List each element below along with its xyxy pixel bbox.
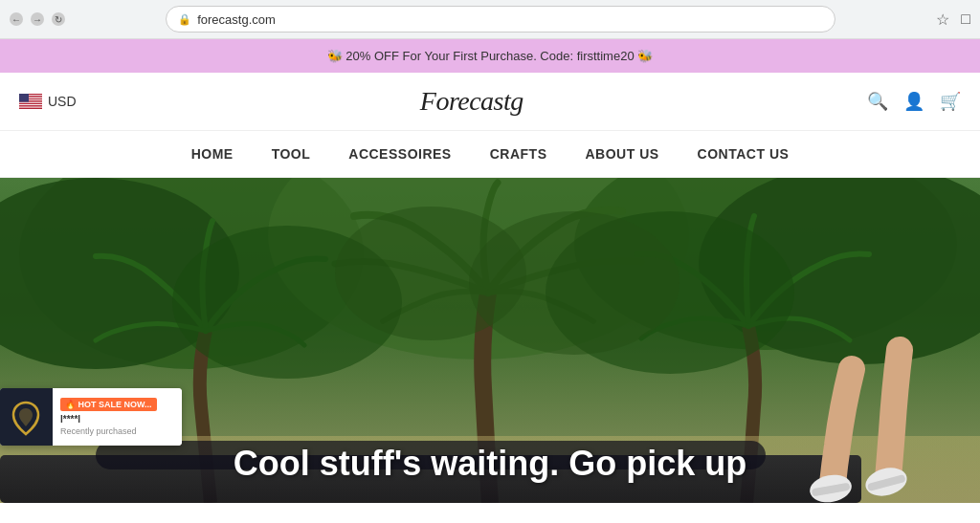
popup-product-image [0,388,53,446]
browser-chrome: ← → ↻ 🔒 forecastg.com ☆ □ [0,0,980,39]
url-bar[interactable]: 🔒 forecastg.com [166,6,835,33]
nav-item-about[interactable]: ABOUT US [585,146,658,162]
nav-item-accessoires[interactable]: ACCESSOIRES [348,146,451,162]
lock-icon: 🔒 [178,13,191,26]
svg-rect-13 [19,94,29,102]
back-button[interactable]: ← [10,12,23,26]
hero-headline: Cool stuff's waiting. Go pick up [0,444,980,484]
url-text: forecastg.com [197,12,276,27]
site-header: USD Forecastg 🔍 👤 🛒 [0,73,980,131]
browser-actions: ☆ □ [936,11,970,29]
cart-icon[interactable]: 🛒 [940,91,961,112]
main-nav: HOME TOOL ACCESSOIRES CRAFTS ABOUT US CO… [0,131,980,178]
nav-item-tool[interactable]: TOOL [272,146,311,162]
hot-sale-badge: 🔥 HOT SALE NOW... [60,398,157,411]
bookmark-icon[interactable]: ☆ [936,11,949,29]
popup-purchased-label: Recently purchased [60,426,174,436]
svg-rect-8 [19,103,42,104]
svg-point-23 [469,211,679,355]
hot-sale-popup[interactable]: 🔥 HOT SALE NOW... l****l Recently purcha… [0,388,182,446]
svg-rect-9 [19,104,42,105]
search-icon[interactable]: 🔍 [867,91,888,112]
reload-button[interactable]: ↻ [52,12,65,26]
promo-text: 🐝 20% OFF For Your First Purchase. Code:… [327,49,654,63]
maximize-icon[interactable]: □ [961,11,970,28]
hero-section: Cool stuff's waiting. Go pick up 🔥 HOT S… [0,178,980,503]
account-icon[interactable]: 👤 [903,91,924,112]
promo-banner: 🐝 20% OFF For Your First Purchase. Code:… [0,39,980,73]
currency-label: USD [48,94,77,109]
header-icons: 🔍 👤 🛒 [867,91,961,112]
forward-button[interactable]: → [31,12,44,26]
popup-info: 🔥 HOT SALE NOW... l****l Recently purcha… [53,388,182,446]
nav-item-crafts[interactable]: CRAFTS [490,146,547,162]
svg-rect-11 [19,107,42,108]
currency-selector[interactable]: USD [19,94,77,109]
site-logo: Forecastg [420,86,523,117]
popup-product-name: l****l [60,414,174,425]
nav-item-home[interactable]: HOME [191,146,234,162]
svg-rect-7 [19,102,42,103]
nav-item-contact[interactable]: CONTACT US [698,146,790,162]
browser-toolbar: ← → ↻ 🔒 forecastg.com ☆ □ [0,0,980,38]
us-flag-icon [19,94,42,109]
svg-rect-12 [19,108,42,109]
svg-rect-10 [19,105,42,106]
